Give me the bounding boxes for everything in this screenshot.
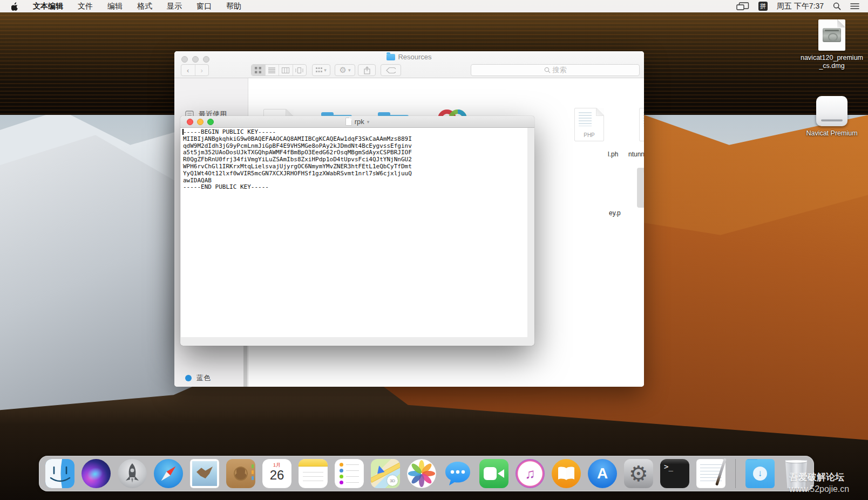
column-view-button[interactable] xyxy=(279,65,293,76)
public-key-text[interactable]: -----BEGIN PUBLIC KEY----- MIIBIjANBgkqh… xyxy=(183,129,412,191)
textedit-window-title: rpk ▾ xyxy=(180,118,534,126)
menu-file[interactable]: 文件 xyxy=(78,2,93,11)
dock-icon-launchpad[interactable] xyxy=(118,459,147,488)
dock-icon-facetime[interactable] xyxy=(479,459,508,488)
menu-clock[interactable]: 周五 下午7:37 xyxy=(777,2,824,11)
chevron-down-icon[interactable]: ▾ xyxy=(367,119,370,125)
dock-icon-contacts[interactable] xyxy=(226,459,255,488)
dock-icon-itunes[interactable]: ♫ xyxy=(516,459,545,488)
dock-icon-textedit[interactable] xyxy=(696,459,725,488)
back-button[interactable]: ‹ xyxy=(181,65,195,76)
dock-icon-app-store[interactable]: A xyxy=(588,459,617,488)
search-placeholder: 搜索 xyxy=(553,65,567,75)
menu-format[interactable]: 格式 xyxy=(137,2,152,11)
file-label-ntunnel-pgsql[interactable]: ntunnel_pgsql.php xyxy=(628,150,644,158)
maps-3d-badge: 3D xyxy=(387,475,398,486)
tags-button[interactable] xyxy=(381,64,401,76)
airplay-displays-icon[interactable] xyxy=(736,2,749,10)
file-icon-php[interactable]: PHP xyxy=(639,108,644,141)
dock-separator xyxy=(735,459,736,488)
selected-file-rpk[interactable] xyxy=(637,168,644,208)
back-forward-buttons[interactable]: ‹ › xyxy=(181,64,209,76)
file-label-fragment[interactable]: l.ph xyxy=(608,150,629,158)
dock-icon-mail[interactable] xyxy=(190,459,219,488)
file-label-fragment[interactable]: ey.p xyxy=(609,209,633,217)
dock-icon-finder[interactable] xyxy=(45,459,74,488)
dock-icon-downloads[interactable]: ↓ xyxy=(745,459,775,488)
input-method-icon[interactable]: 拼 xyxy=(758,2,768,11)
sidebar-tag-blue[interactable]: 蓝色 xyxy=(185,373,211,383)
menu-window[interactable]: 窗口 xyxy=(196,2,212,11)
menu-edit[interactable]: 编辑 xyxy=(107,2,123,11)
dock-icon-photos[interactable] xyxy=(407,459,436,488)
dock-icon-terminal[interactable]: >_ xyxy=(660,459,689,488)
apple-menu-icon[interactable] xyxy=(11,2,18,11)
view-mode-control[interactable] xyxy=(251,64,307,76)
dock-icon-notes[interactable] xyxy=(299,459,328,488)
notification-center-icon[interactable] xyxy=(850,3,859,10)
desktop: 文本编辑 文件 编辑 格式 显示 窗口 帮助 拼 周五 下午7:37 navic… xyxy=(0,0,868,500)
dmg-file-icon xyxy=(818,19,845,51)
watermark-line1: 吾爱破解论坛 xyxy=(789,471,849,483)
mounted-volume-icon xyxy=(816,96,847,126)
menu-help[interactable]: 帮助 xyxy=(226,2,241,11)
document-proxy-icon[interactable] xyxy=(345,118,352,126)
dock-icon-calendar[interactable]: 1月 26 xyxy=(262,459,291,488)
desktop-icon-label: Navicat Premium xyxy=(797,129,867,138)
blue-tag-dot xyxy=(185,375,192,381)
forward-button[interactable]: › xyxy=(195,65,209,76)
list-view-button[interactable] xyxy=(266,65,279,76)
file-icon-php[interactable]: PHP xyxy=(574,108,604,141)
dock-icon-ibooks[interactable] xyxy=(552,459,581,488)
menu-view[interactable]: 显示 xyxy=(167,2,182,11)
folder-icon xyxy=(386,54,395,60)
spotlight-search-icon[interactable] xyxy=(833,2,841,10)
menu-bar: 文本编辑 文件 编辑 格式 显示 窗口 帮助 拼 周五 下午7:37 xyxy=(0,0,868,12)
textedit-titlebar[interactable]: rpk ▾ xyxy=(180,116,534,128)
finder-search-field[interactable]: 搜索 xyxy=(471,64,640,76)
watermark-line2: www.52pojie.cn xyxy=(789,483,849,495)
watermark: 吾爱破解论坛 www.52pojie.cn xyxy=(789,471,849,495)
dock-icon-maps[interactable]: 3D xyxy=(371,459,400,488)
icon-view-button[interactable] xyxy=(252,65,265,76)
desktop-icon-navicat-volume[interactable]: Navicat Premium xyxy=(797,96,867,138)
finder-titlebar[interactable]: Resources ‹ › xyxy=(174,51,644,78)
group-by-button[interactable]: ▾ xyxy=(312,64,330,76)
dock-icon-system-preferences[interactable]: ⚙ xyxy=(624,459,653,488)
menu-app-name[interactable]: 文本编辑 xyxy=(33,2,63,11)
action-gear-button[interactable]: ⚙▾ xyxy=(335,64,355,76)
finder-window-title: Resources xyxy=(174,53,644,61)
coverflow-view-button[interactable] xyxy=(293,65,307,76)
dock-icon-safari[interactable] xyxy=(154,459,183,488)
share-button[interactable] xyxy=(358,64,376,76)
dock-icon-messages[interactable] xyxy=(443,459,472,488)
dock-icon-siri[interactable] xyxy=(82,459,111,488)
dock: 1月 26 3D xyxy=(39,456,814,491)
desktop-icon-dmg[interactable]: navicat120_premium_cs.dmg xyxy=(799,19,864,70)
textedit-text-area[interactable]: -----BEGIN PUBLIC KEY----- MIIBIjANBgkqh… xyxy=(181,128,527,337)
textedit-window: rpk ▾ -----BEGIN PUBLIC KEY----- MIIBIjA… xyxy=(180,116,534,346)
dock-icon-reminders[interactable] xyxy=(335,459,364,488)
desktop-icon-label: navicat120_premium_cs.dmg xyxy=(799,54,864,70)
calendar-day: 26 xyxy=(262,469,291,482)
